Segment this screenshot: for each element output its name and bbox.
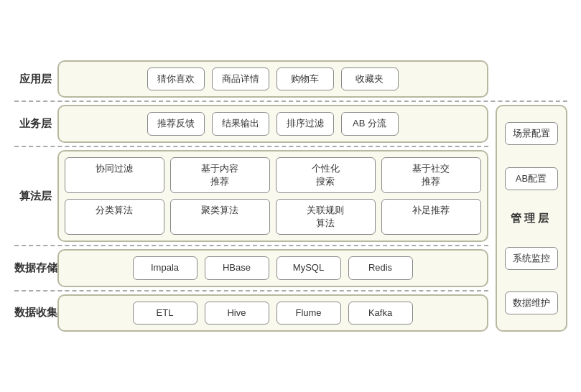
algo-r1-2: 个性化 搜索 (276, 157, 376, 193)
app-item-2: 购物车 (276, 67, 334, 90)
collection-layer-content: ETL Hive Flume Kafka (57, 294, 488, 332)
storage-layer-content: Impala HBase MySQL Redis (57, 249, 488, 286)
left-main: 业务层 推荐反馈 结果输出 排序过滤 AB 分流 算法层 协同过滤 基于内容 推… (14, 105, 488, 331)
architecture-diagram: 应用层 猜你喜欢 商品详情 购物车 收藏夹 业务层 推荐反馈 结果输出 排序过滤… (7, 53, 575, 339)
mgmt-item-1: AB配置 (505, 167, 558, 190)
biz-item-0: 推荐反馈 (147, 112, 205, 135)
collection-layer-row: 数据收集 ETL Hive Flume Kafka (14, 294, 488, 332)
divider-1 (14, 101, 567, 102)
storage-item-3: Redis (348, 256, 413, 279)
collection-item-3: Kafka (348, 302, 413, 325)
divider-4 (14, 290, 488, 291)
mgmt-item-3: 数据维护 (505, 291, 558, 314)
app-item-0: 猜你喜欢 (147, 67, 205, 90)
business-layer-content: 推荐反馈 结果输出 排序过滤 AB 分流 (57, 105, 488, 142)
storage-item-1: HBase (205, 256, 269, 279)
algo-layer-label: 算法层 (14, 190, 57, 203)
biz-item-1: 结果输出 (212, 112, 269, 135)
management-label: 管理层 (511, 212, 552, 225)
divider-2 (14, 146, 488, 147)
collection-item-1: Hive (205, 302, 269, 325)
storage-layer-label: 数据存储 (14, 261, 57, 275)
algo-layer-row: 算法层 协同过滤 基于内容 推荐 个性化 搜索 基于社交 推荐 分类算法 聚类算… (14, 150, 488, 243)
divider-3 (14, 245, 488, 246)
algo-layer-content: 协同过滤 基于内容 推荐 个性化 搜索 基于社交 推荐 分类算法 聚类算法 关联… (57, 150, 488, 243)
algo-r1-1: 基于内容 推荐 (170, 157, 270, 193)
storage-layer-row: 数据存储 Impala HBase MySQL Redis (14, 249, 488, 286)
business-layer-row: 业务层 推荐反馈 结果输出 排序过滤 AB 分流 (14, 105, 488, 142)
business-layer-label: 业务层 (14, 117, 57, 131)
app-layer-label: 应用层 (14, 73, 57, 86)
app-layer-content: 猜你喜欢 商品详情 购物车 收藏夹 (57, 60, 488, 98)
storage-item-2: MySQL (276, 256, 341, 279)
app-item-3: 收藏夹 (341, 67, 399, 90)
algo-grid: 协同过滤 基于内容 推荐 个性化 搜索 基于社交 推荐 分类算法 聚类算法 关联… (65, 157, 481, 235)
collection-layer-label: 数据收集 (14, 306, 57, 319)
biz-item-3: AB 分流 (341, 112, 399, 135)
collection-item-2: Flume (276, 302, 341, 325)
app-layer-row: 应用层 猜你喜欢 商品详情 购物车 收藏夹 (14, 60, 567, 98)
algo-r1-0: 协同过滤 (65, 157, 164, 193)
app-item-1: 商品详情 (212, 67, 269, 90)
algo-r1-3: 基于社交 推荐 (381, 157, 481, 193)
middle-section: 业务层 推荐反馈 结果输出 排序过滤 AB 分流 算法层 协同过滤 基于内容 推… (14, 105, 567, 331)
algo-r2-3: 补足推荐 (381, 199, 481, 235)
storage-item-0: Impala (133, 256, 197, 279)
biz-item-2: 排序过滤 (276, 112, 334, 135)
mgmt-item-2: 系统监控 (505, 247, 558, 270)
management-panel: 场景配置 AB配置 管理层 系统监控 数据维护 (496, 105, 567, 331)
algo-r2-2: 关联规则 算法 (276, 199, 376, 235)
algo-r2-1: 聚类算法 (170, 199, 270, 235)
mgmt-item-0: 场景配置 (505, 122, 558, 145)
collection-item-0: ETL (133, 302, 197, 325)
algo-r2-0: 分类算法 (65, 199, 164, 235)
